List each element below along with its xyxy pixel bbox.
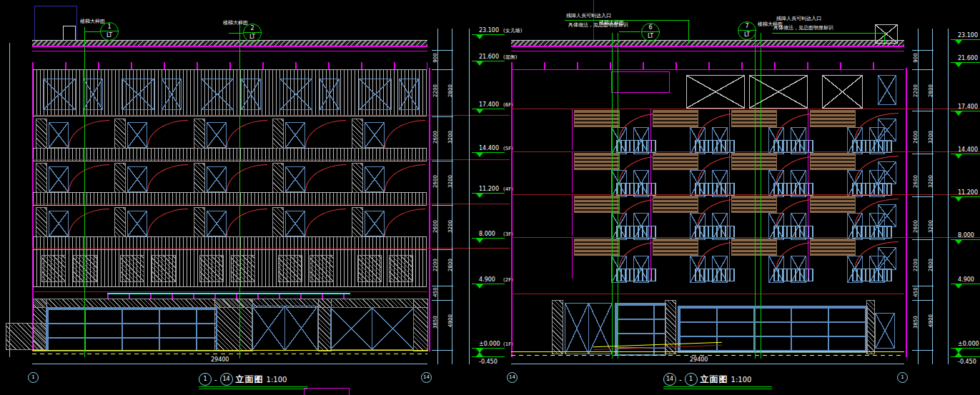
balcony-window [49, 166, 69, 192]
grid-bubble: 14 [421, 372, 432, 383]
entry-door-leaf [284, 306, 318, 351]
balcony-pier [194, 207, 205, 237]
stair-tag-code: LT [244, 33, 261, 41]
dimension-value: 4900 [447, 310, 453, 331]
level-marker-triangle [476, 109, 483, 114]
balcony-pier [36, 119, 47, 149]
level-marker-triangle [476, 239, 483, 243]
title-underline [199, 386, 307, 387]
balcony-pier [272, 119, 284, 149]
balcony-window [365, 122, 385, 148]
level-marker-triangle [955, 284, 962, 289]
louvre-window [199, 255, 224, 282]
dimension-value: 3200 [928, 216, 934, 237]
balcony-pier [272, 163, 284, 193]
extension-line [9, 43, 10, 357]
right-elevation-view [510, 0, 980, 395]
louvre-window [152, 255, 176, 282]
dimension-extension-line [948, 29, 949, 364]
stair-grid-line [239, 21, 240, 359]
casement-window [359, 79, 392, 110]
level-marker-triangle [955, 352, 962, 356]
parapet-joint-line [32, 51, 427, 51]
dimension-value: 2800 [447, 80, 453, 101]
dimension-value: 2200 [913, 80, 919, 101]
casement-window [83, 79, 103, 110]
louvre-window [310, 255, 334, 282]
louvre-window [357, 255, 382, 282]
dimension-tick [912, 111, 934, 111]
dimension-value: 2600 [913, 126, 919, 148]
dimension-value: 2600 [432, 216, 438, 237]
level-value: ±0.000 [958, 341, 979, 347]
casement-window [162, 79, 182, 110]
dimension-tick [432, 205, 453, 206]
balcony-pier [114, 163, 126, 193]
dimension-value: 2600 [913, 216, 919, 237]
level-value: 14.400 [479, 145, 499, 151]
grid-bubble: 1 [28, 372, 39, 383]
level-value: 14.400 [958, 146, 978, 153]
ground-dashed-line [32, 354, 427, 354]
dimension-value: 3850 [432, 311, 438, 333]
casement-window [279, 79, 312, 110]
stair-tag-bubble: 1 LT [100, 22, 119, 41]
dimension-tick [912, 69, 934, 70]
dimension-value: 900 [913, 47, 919, 69]
dimension-tick [432, 161, 453, 161]
level-marker-line [472, 356, 505, 357]
casement-window [43, 79, 76, 110]
storefront-door [372, 307, 414, 350]
balcony-pier [114, 207, 126, 237]
casement-window [320, 79, 340, 110]
balcony-window [365, 211, 385, 236]
level-value: 4.900 [479, 276, 495, 283]
louvre-window [73, 255, 97, 282]
louvre-window [41, 255, 66, 282]
stair-tag-num: 1 [101, 23, 118, 31]
level-value: 11.200 [958, 189, 978, 196]
balcony-window [49, 211, 69, 236]
dimension-tick [432, 350, 453, 351]
level-marker-triangle [476, 194, 483, 198]
dimension-value: 450 [913, 281, 919, 303]
pier [214, 299, 253, 351]
dimension-value: 2800 [928, 80, 934, 101]
balcony-window [49, 122, 69, 148]
balcony-window [285, 166, 305, 192]
storefront-door [330, 307, 372, 350]
louvre-window [231, 255, 255, 282]
title-bubble-to: 14 [220, 373, 233, 386]
dimension-tick [432, 69, 453, 70]
dimension-value: 4900 [928, 310, 934, 331]
dimension-value: 900 [432, 47, 438, 69]
drawing-canvas[interactable]: 楼梯大样图 1 LT 楼梯大样图 2 LT 29400 1 14 1 - 14 … [0, 0, 980, 395]
dimension-tick [912, 154, 934, 154]
casement-window [399, 79, 419, 110]
balcony-pier [194, 119, 205, 149]
dimension-tick [912, 350, 934, 351]
dimension-tick [432, 116, 453, 117]
level-marker-triangle [476, 352, 483, 356]
dimension-value: 2200 [432, 80, 438, 101]
dimension-value: 2600 [432, 171, 438, 192]
title-scale: 1:100 [267, 376, 287, 384]
balcony-window [365, 166, 385, 192]
level-value: 4.900 [958, 276, 974, 283]
stair-tag-bubble: 2 LT [243, 24, 262, 42]
balcony-window [285, 211, 305, 236]
level-value: 23.100 [958, 32, 978, 39]
level-marker-triangle [955, 154, 962, 159]
dimension-value: 450 [432, 281, 438, 303]
dimension-tick [912, 196, 934, 197]
dimension-extension-line [469, 29, 470, 364]
dimension-tick [912, 239, 934, 240]
balcony-window [207, 166, 227, 192]
level-value: 8.000 [479, 231, 495, 237]
balcony-window [127, 122, 147, 148]
balcony-window [207, 122, 227, 148]
level-marker-triangle [955, 197, 962, 201]
title-bubble-from: 1 [199, 373, 212, 386]
level-value: 21.600 [479, 54, 499, 60]
balcony-window [127, 166, 147, 192]
